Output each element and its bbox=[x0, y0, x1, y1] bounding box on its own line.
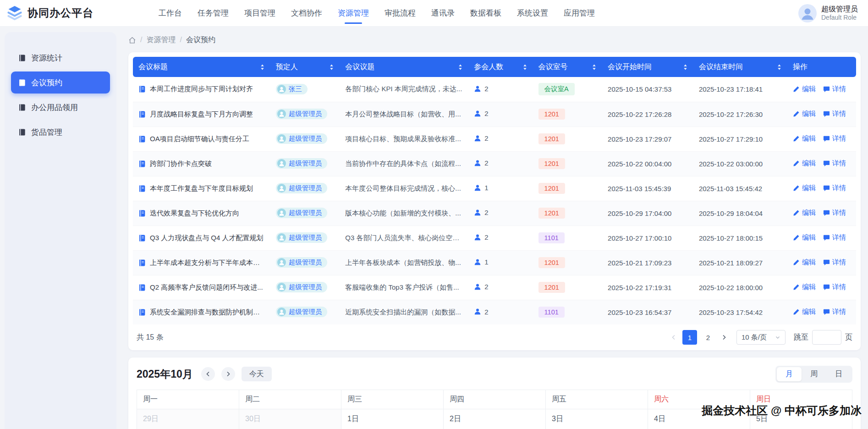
start-time: 2025-10-22 17:19:31 bbox=[602, 275, 693, 300]
meeting-topic: 项目核心目标、预期成果及验收标准... bbox=[340, 126, 468, 151]
calendar-day-cell[interactable]: 30日 bbox=[239, 409, 341, 429]
column-header-会议议题[interactable]: 会议议题 bbox=[340, 57, 468, 77]
sidebar-item-资源统计[interactable]: 资源统计 bbox=[11, 47, 110, 69]
booker-badge: 超级管理员 bbox=[276, 282, 328, 292]
book-icon bbox=[138, 234, 146, 242]
detail-button[interactable]: 详情 bbox=[823, 233, 846, 242]
sort-icon[interactable] bbox=[260, 64, 265, 71]
detail-icon bbox=[823, 209, 830, 216]
nav-item-任务管理[interactable]: 任务管理 bbox=[197, 0, 230, 26]
calendar-day-cell[interactable]: 2日 bbox=[444, 409, 546, 429]
detail-button[interactable]: 详情 bbox=[823, 209, 846, 217]
person-icon bbox=[474, 110, 481, 117]
calendar-day-cell[interactable]: 29日 bbox=[137, 409, 239, 429]
start-time: 2025-10-23 16:54:37 bbox=[602, 300, 693, 324]
sort-icon[interactable] bbox=[458, 64, 463, 71]
column-header-预定人[interactable]: 预定人 bbox=[270, 57, 340, 77]
prev-page-button[interactable] bbox=[667, 330, 681, 345]
nav-item-审批流程[interactable]: 审批流程 bbox=[384, 0, 417, 26]
column-header-参会人数[interactable]: 参会人数 bbox=[468, 57, 533, 77]
page-button-1[interactable]: 1 bbox=[682, 330, 697, 345]
calendar-next-button[interactable] bbox=[221, 367, 235, 381]
sort-icon[interactable] bbox=[522, 64, 527, 71]
detail-button[interactable]: 详情 bbox=[823, 159, 846, 168]
view-mode-周[interactable]: 周 bbox=[802, 367, 826, 381]
breadcrumb-item[interactable]: 资源管理 bbox=[146, 35, 176, 45]
edit-button[interactable]: 编辑 bbox=[793, 258, 816, 267]
edit-button[interactable]: 编辑 bbox=[793, 110, 816, 118]
nav-item-工作台[interactable]: 工作台 bbox=[158, 0, 183, 26]
avatar-icon bbox=[277, 258, 286, 267]
nav-item-文档协作[interactable]: 文档协作 bbox=[290, 0, 323, 26]
book-icon bbox=[138, 135, 146, 143]
calendar-prev-button[interactable] bbox=[201, 367, 215, 381]
start-time: 2025-10-15 04:37:53 bbox=[602, 77, 693, 102]
person-icon bbox=[474, 184, 481, 192]
top-bar: 协同办公平台 工作台任务管理项目管理文档协作资源管理审批流程通讯录数据看板系统设… bbox=[0, 0, 868, 27]
edit-button[interactable]: 编辑 bbox=[793, 308, 816, 316]
nav-item-数据看板[interactable]: 数据看板 bbox=[469, 0, 502, 26]
detail-button[interactable]: 详情 bbox=[823, 85, 846, 94]
jump-page-input[interactable] bbox=[812, 330, 841, 345]
sidebar-item-会议预约[interactable]: 会议预约 bbox=[11, 72, 110, 94]
room-badge: 会议室A bbox=[538, 83, 575, 95]
edit-button[interactable]: 编辑 bbox=[793, 209, 816, 217]
column-header-会议开始时间[interactable]: 会议开始时间 bbox=[602, 57, 693, 77]
calendar-day-cell[interactable]: 3日 bbox=[546, 409, 648, 429]
booker-badge: 超级管理员 bbox=[276, 208, 328, 218]
detail-button[interactable]: 详情 bbox=[823, 184, 846, 192]
next-page-button[interactable] bbox=[717, 330, 731, 345]
edit-button[interactable]: 编辑 bbox=[793, 233, 816, 242]
nav-item-系统设置[interactable]: 系统设置 bbox=[516, 0, 549, 26]
main-content: / 资源管理 / 会议预约 会议标题预定人会议议题参会人数会议室号会议开始时间会… bbox=[116, 27, 868, 429]
page-size-select[interactable]: 10 条/页 bbox=[736, 330, 786, 345]
today-button[interactable]: 今天 bbox=[242, 367, 272, 381]
column-header-会议标题[interactable]: 会议标题 bbox=[133, 57, 270, 77]
weekday-header-周一: 周一 bbox=[137, 390, 239, 409]
sort-icon[interactable] bbox=[329, 64, 334, 71]
view-mode-月[interactable]: 月 bbox=[777, 367, 802, 381]
column-header-会议结束时间[interactable]: 会议结束时间 bbox=[693, 57, 787, 77]
end-time: 2025-10-22 18:00:00 bbox=[693, 275, 787, 300]
booker-badge: 超级管理员 bbox=[276, 183, 328, 193]
sort-icon[interactable] bbox=[777, 64, 782, 71]
edit-button[interactable]: 编辑 bbox=[793, 184, 816, 192]
column-header-会议室号[interactable]: 会议室号 bbox=[533, 57, 602, 77]
person-icon bbox=[474, 234, 481, 241]
edit-button[interactable]: 编辑 bbox=[793, 134, 816, 143]
home-icon[interactable] bbox=[128, 36, 136, 44]
nav-item-应用管理[interactable]: 应用管理 bbox=[563, 0, 596, 26]
detail-icon bbox=[823, 135, 830, 142]
user-box[interactable]: 超级管理员 Default Role bbox=[798, 4, 858, 22]
person-icon bbox=[474, 209, 481, 216]
end-time: 2025-10-22 03:00:00 bbox=[693, 151, 787, 176]
attendee-count: 2 bbox=[474, 209, 488, 216]
sort-icon[interactable] bbox=[683, 64, 688, 71]
nav-item-通讯录[interactable]: 通讯录 bbox=[430, 0, 456, 26]
view-mode-日[interactable]: 日 bbox=[826, 367, 851, 381]
calendar-day-cell[interactable]: 1日 bbox=[341, 409, 444, 429]
book-icon bbox=[138, 209, 146, 217]
attendee-count: 2 bbox=[474, 233, 488, 241]
detail-button[interactable]: 详情 bbox=[823, 134, 846, 143]
sort-icon[interactable] bbox=[592, 64, 597, 71]
breadcrumb-separator: / bbox=[180, 36, 181, 44]
nav-item-项目管理[interactable]: 项目管理 bbox=[243, 0, 276, 26]
nav-item-资源管理[interactable]: 资源管理 bbox=[337, 0, 370, 26]
sidebar-item-货品管理[interactable]: 货品管理 bbox=[11, 121, 110, 143]
page-button-2[interactable]: 2 bbox=[701, 330, 715, 345]
attendee-count: 2 bbox=[474, 283, 488, 291]
detail-button[interactable]: 详情 bbox=[823, 308, 846, 316]
edit-button[interactable]: 编辑 bbox=[793, 283, 816, 292]
meeting-table-header: 会议标题预定人会议议题参会人数会议室号会议开始时间会议结束时间操作 bbox=[133, 57, 856, 77]
edit-button[interactable]: 编辑 bbox=[793, 159, 816, 168]
start-time: 2025-10-22 17:26:28 bbox=[602, 102, 693, 126]
table-row: 月度战略目标复盘与下月方向调整超级管理员本月公司整体战略目标（如营收、用...2… bbox=[133, 102, 856, 126]
detail-button[interactable]: 详情 bbox=[823, 283, 846, 292]
sidebar-item-label: 资源统计 bbox=[31, 53, 62, 63]
detail-button[interactable]: 详情 bbox=[823, 258, 846, 267]
sidebar-item-办公用品领用[interactable]: 办公用品领用 bbox=[11, 96, 110, 118]
avatar-icon bbox=[277, 159, 286, 168]
edit-button[interactable]: 编辑 bbox=[793, 85, 816, 94]
detail-button[interactable]: 详情 bbox=[823, 110, 846, 118]
